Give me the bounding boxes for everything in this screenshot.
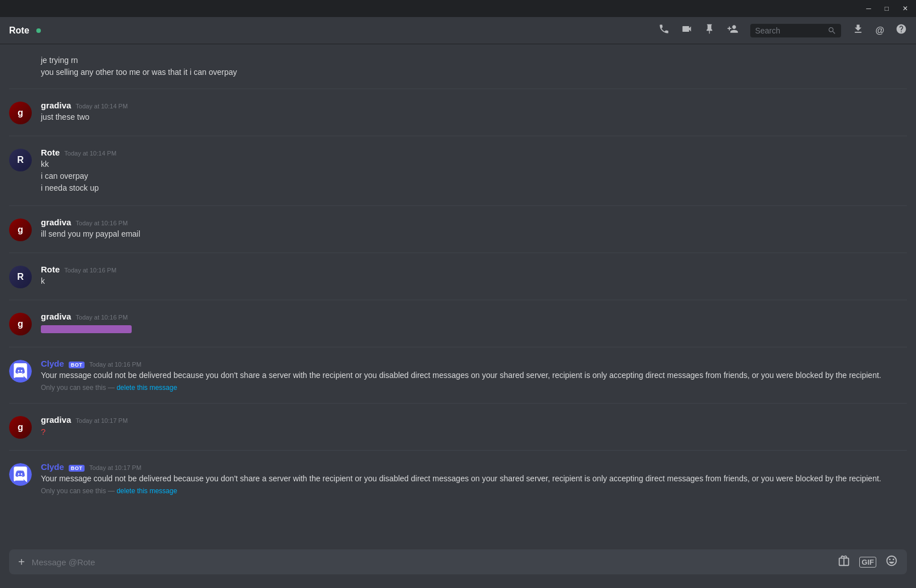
username: Clyde xyxy=(41,359,64,368)
message-text xyxy=(41,322,907,334)
message-header: Clyde BOT Today at 10:17 PM xyxy=(41,462,907,472)
message-text: kk xyxy=(41,158,907,170)
avatar-space xyxy=(9,54,32,78)
header-icons: Search @ xyxy=(658,23,907,37)
message-divider xyxy=(9,253,907,253)
message-header: gradiva Today at 10:17 PM xyxy=(41,415,907,425)
online-indicator xyxy=(36,28,41,33)
add-member-icon[interactable] xyxy=(726,23,739,37)
avatar-image: g xyxy=(9,313,32,335)
clyde-avatar xyxy=(9,360,32,383)
username: Rote xyxy=(41,148,60,157)
avatar: R xyxy=(9,266,32,288)
avatar-image: R xyxy=(9,266,32,288)
gift-icon[interactable] xyxy=(838,555,850,570)
main-content: Rote Search xyxy=(0,17,916,588)
pin-icon[interactable] xyxy=(704,23,715,37)
message-divider xyxy=(9,300,907,300)
message-header: gradiva Today at 10:14 PM xyxy=(41,100,907,110)
input-icons: GIF xyxy=(838,555,898,570)
message-text: i needa stock up xyxy=(41,182,907,194)
message-group: g gradiva Today at 10:16 PM xyxy=(0,309,916,338)
only-you-notice: Only you can see this — delete this mess… xyxy=(41,384,907,392)
bot-badge: BOT xyxy=(69,362,85,368)
censored-content xyxy=(41,325,132,333)
delete-message-link-1[interactable]: delete this message xyxy=(116,384,177,392)
app-container: Rote Search xyxy=(0,17,916,588)
message-header: Rote Today at 10:14 PM xyxy=(41,148,907,157)
clyde-avatar xyxy=(9,463,32,486)
timestamp: Today at 10:14 PM xyxy=(75,103,128,110)
channel-header: Rote Search xyxy=(0,17,916,44)
message-text: ill send you my paypal email xyxy=(41,228,907,240)
help-icon[interactable] xyxy=(896,23,907,37)
username: Rote xyxy=(41,264,60,274)
maximize-button[interactable]: □ xyxy=(881,3,892,14)
message-content: Rote Today at 10:14 PM kk i can overpay … xyxy=(41,148,907,194)
avatar: R xyxy=(9,149,32,171)
messages-area: je trying rn you selling any other too m… xyxy=(0,44,916,549)
message-divider xyxy=(9,205,907,206)
message-input-area: + Message @Rote GIF xyxy=(0,549,916,588)
message-group: g gradiva Today at 10:17 PM ? xyxy=(0,413,916,441)
video-icon[interactable] xyxy=(681,23,692,37)
timestamp: Today at 10:16 PM xyxy=(64,267,116,274)
message-header: gradiva Today at 10:16 PM xyxy=(41,217,907,227)
gif-icon[interactable]: GIF xyxy=(859,557,876,568)
avatar-image: g xyxy=(9,416,32,439)
message-content: Clyde BOT Today at 10:16 PM Your message… xyxy=(41,359,907,392)
avatar: g xyxy=(9,219,32,241)
message-header: Rote Today at 10:16 PM xyxy=(41,264,907,274)
avatar: g xyxy=(9,102,32,124)
search-box[interactable]: Search xyxy=(750,24,841,37)
message-divider xyxy=(9,89,907,89)
message-content: Clyde BOT Today at 10:17 PM Your message… xyxy=(41,462,907,495)
username: gradiva xyxy=(41,100,71,110)
titlebar: ─ □ ✕ xyxy=(0,0,916,17)
message-text: k xyxy=(41,275,907,287)
message-input-box[interactable]: + Message @Rote GIF xyxy=(9,549,907,574)
message-group: R Rote Today at 10:16 PM k xyxy=(0,262,916,291)
search-placeholder: Search xyxy=(755,26,780,35)
only-you-notice: Only you can see this — delete this mess… xyxy=(41,487,907,495)
delete-message-link-2[interactable]: delete this message xyxy=(116,487,177,495)
timestamp: Today at 10:17 PM xyxy=(89,464,141,471)
message-line: you selling any other too me or was that… xyxy=(41,66,907,78)
message-group: g gradiva Today at 10:14 PM just these t… xyxy=(0,98,916,127)
username: gradiva xyxy=(41,217,71,227)
bot-badge: BOT xyxy=(69,465,85,472)
message-group: Clyde BOT Today at 10:17 PM Your message… xyxy=(0,460,916,497)
minimize-button[interactable]: ─ xyxy=(863,3,875,14)
username: Clyde xyxy=(41,462,64,472)
message-line: je trying rn xyxy=(41,54,907,66)
message-group: je trying rn you selling any other too m… xyxy=(0,53,916,79)
avatar: g xyxy=(9,416,32,439)
message-group: R Rote Today at 10:14 PM kk i can overpa… xyxy=(0,145,916,196)
message-content: gradiva Today at 10:16 PM xyxy=(41,312,907,335)
close-button[interactable]: ✕ xyxy=(899,3,911,14)
call-icon[interactable] xyxy=(658,23,670,37)
avatar xyxy=(9,463,32,486)
channel-name: Rote xyxy=(9,26,30,36)
message-group: Clyde BOT Today at 10:16 PM Your message… xyxy=(0,356,916,394)
message-text: je trying rn you selling any other too m… xyxy=(41,54,907,78)
avatar-image: R xyxy=(9,149,32,171)
username: gradiva xyxy=(41,415,71,425)
mention-icon[interactable]: @ xyxy=(875,26,884,36)
message-content: Rote Today at 10:16 PM k xyxy=(41,264,907,288)
message-text: Your message could not be delivered beca… xyxy=(41,473,907,485)
message-divider xyxy=(9,450,907,451)
message-text: just these two xyxy=(41,111,907,123)
message-divider xyxy=(9,403,907,404)
timestamp: Today at 10:17 PM xyxy=(75,417,128,424)
message-header: gradiva Today at 10:16 PM xyxy=(41,312,907,321)
message-input[interactable]: Message @Rote xyxy=(32,557,831,567)
timestamp: Today at 10:16 PM xyxy=(89,361,141,368)
attach-button[interactable]: + xyxy=(18,556,25,569)
message-text: i can overpay xyxy=(41,170,907,182)
username: gradiva xyxy=(41,312,71,321)
emoji-icon[interactable] xyxy=(885,555,898,570)
avatar-image: g xyxy=(9,219,32,241)
download-icon[interactable] xyxy=(852,23,864,37)
message-divider xyxy=(9,347,907,347)
